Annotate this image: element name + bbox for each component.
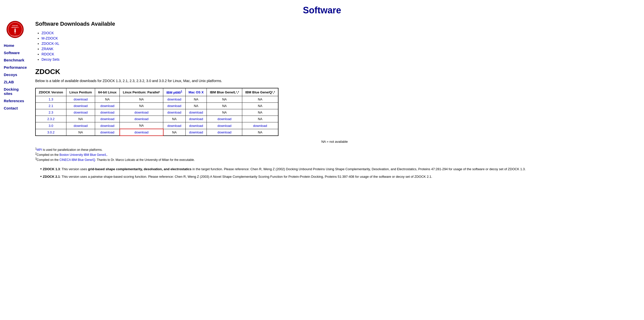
software-link-rdock[interactable]: RDOCK [42, 52, 54, 56]
software-link-zrank[interactable]: ZRANK [42, 47, 53, 51]
download-cell[interactable]: download [95, 109, 120, 116]
download-link[interactable]: download [189, 111, 203, 114]
download-cell[interactable]: download [185, 122, 207, 129]
logo-area: BOSTON UNIVERSITY BIOINFORMATICS [4, 21, 26, 38]
download-cell[interactable]: download [163, 103, 185, 109]
download-cell[interactable]: download [120, 129, 163, 136]
download-link[interactable]: download [74, 111, 88, 114]
download-cell[interactable]: download [95, 103, 120, 109]
download-link[interactable]: download [167, 111, 181, 114]
download-link[interactable]: download [74, 97, 88, 101]
download-link[interactable]: download [217, 117, 231, 121]
download-cell: NA [242, 129, 278, 136]
download-link[interactable]: download [189, 124, 203, 128]
download-cell[interactable]: download [95, 129, 120, 136]
col-header-parallel: Linux Pentium: Parallel¹ [120, 88, 163, 96]
download-link[interactable]: download [167, 97, 181, 101]
sidebar-item-decoys[interactable]: Decoys [4, 73, 26, 77]
col-header-linux: Linux Pentium [66, 88, 95, 96]
software-link-zdock[interactable]: ZDOCK [42, 31, 54, 35]
download-link[interactable]: download [100, 130, 114, 134]
sidebar-item-zlab[interactable]: ZLAB [4, 80, 26, 84]
sidebar-item-home[interactable]: Home [4, 43, 26, 48]
version-cell: 2.3.2 [35, 116, 66, 122]
zdock-heading: ZDOCK [35, 68, 634, 76]
download-link[interactable]: download [74, 124, 88, 128]
version-link[interactable]: 3.0.2 [47, 130, 55, 134]
download-link[interactable]: download [217, 130, 231, 134]
download-cell[interactable]: download [207, 129, 242, 136]
table-row: 3.0downloaddownloadNAdownloaddownloaddow… [35, 122, 278, 129]
sidebar-item-software[interactable]: Software [4, 51, 26, 55]
download-link[interactable]: download [135, 111, 149, 114]
footnote-2: 2Compiled on the Boston University IBM B… [35, 152, 634, 157]
download-cell: NA [185, 103, 207, 109]
download-link[interactable]: download [74, 104, 88, 108]
download-cell[interactable]: download [185, 109, 207, 116]
zdock-desc-2: ZDOCK 2.1: This version uses a pairwise … [35, 174, 634, 179]
download-cell[interactable]: download [66, 109, 95, 116]
footnote-3: 3Compiled on the CINECA IBM Blue Gene/Q.… [35, 157, 634, 162]
download-cell: NA [120, 122, 163, 129]
download-link[interactable]: download [167, 124, 181, 128]
table-row: 2.3downloaddownloaddownloaddownloaddownl… [35, 109, 278, 116]
download-cell[interactable]: download [95, 122, 120, 129]
col-header-bluegene-l: IBM Blue Gene/L¹,² [207, 88, 242, 96]
sidebar-item-docking-sites[interactable]: Dockingsites [4, 87, 26, 96]
sidebar-item-performance[interactable]: Performance [4, 65, 26, 69]
download-cell[interactable]: download [242, 122, 278, 129]
download-cell[interactable]: download [66, 96, 95, 103]
download-cell[interactable]: download [66, 103, 95, 109]
download-link[interactable]: download [135, 117, 149, 121]
download-link[interactable]: download [189, 130, 203, 134]
download-link[interactable]: download [253, 124, 267, 128]
table-row: 3.0.2NAdownloaddownloadNAdownloaddownloa… [35, 129, 278, 136]
download-cell[interactable]: download [95, 116, 120, 122]
download-cell: NA [163, 116, 185, 122]
download-cell: NA [207, 109, 242, 116]
download-link[interactable]: download [189, 117, 203, 121]
download-link[interactable]: download [100, 111, 114, 114]
mpi-link[interactable]: MPI [37, 148, 42, 152]
cineca-link[interactable]: CINECA IBM Blue Gene/Q [59, 158, 95, 162]
download-cell[interactable]: download [185, 116, 207, 122]
download-link[interactable]: download [100, 117, 114, 121]
download-cell[interactable]: download [207, 122, 242, 129]
version-link[interactable]: 2.1 [49, 104, 53, 108]
download-cell[interactable]: download [120, 109, 163, 116]
sidebar-item-benchmark[interactable]: Benchmark [4, 58, 26, 62]
na-note: NA = not available [35, 140, 634, 144]
svg-text:UNIVERSITY: UNIVERSITY [11, 27, 19, 28]
software-link-mzdock[interactable]: M-ZDOCK [42, 36, 58, 40]
sidebar-item-contact[interactable]: Contact [4, 106, 26, 110]
version-link[interactable]: 2.3 [49, 111, 53, 114]
version-link[interactable]: 1.3 [49, 97, 53, 101]
download-cell[interactable]: download [163, 96, 185, 103]
page-title: Software [0, 5, 644, 16]
download-link[interactable]: download [167, 104, 181, 108]
download-cell[interactable]: download [66, 122, 95, 129]
version-link[interactable]: 3.0 [49, 124, 53, 128]
download-link[interactable]: download [100, 104, 114, 108]
table-row: 1.3downloadNANAdownloadNANANA [35, 96, 278, 103]
col-header-version: ZDOCK Version [35, 88, 66, 96]
download-cell[interactable]: download [185, 129, 207, 136]
version-link[interactable]: 2.3.2 [47, 117, 55, 121]
sidebar-nav: Home Software Benchmark Performance Deco… [4, 43, 26, 110]
download-cell: NA [242, 116, 278, 122]
software-link-decoy-sets[interactable]: Decoy Sets [42, 57, 60, 61]
download-link[interactable]: download [135, 130, 149, 134]
software-link-zdockxl[interactable]: ZDOCK-XL [42, 42, 59, 46]
download-cell[interactable]: download [163, 109, 185, 116]
download-cell[interactable]: download [120, 116, 163, 122]
footnote-1: 1MPI is used for parallelization on thes… [35, 147, 634, 152]
download-cell: NA [242, 103, 278, 109]
download-cell[interactable]: download [207, 116, 242, 122]
bu-ibm-link[interactable]: Boston University IBM Blue Gene/L [59, 153, 107, 157]
version-cell: 1.3 [35, 96, 66, 103]
sidebar-item-references[interactable]: References [4, 99, 26, 103]
download-link[interactable]: download [217, 124, 231, 128]
download-link[interactable]: download [100, 124, 114, 128]
download-table: ZDOCK Version Linux Pentium 64-bit Linux… [35, 88, 278, 136]
download-cell[interactable]: download [163, 122, 185, 129]
